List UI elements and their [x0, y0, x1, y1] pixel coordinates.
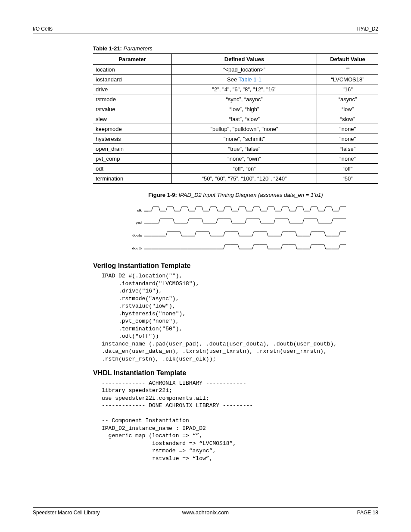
table-row: location“<pad_location>”“” — [93, 64, 378, 75]
cell-defined: "2", "4", "6", "8", "12", "16" — [172, 84, 317, 94]
running-footer: Speedster Macro Cell Library www.achroni… — [33, 507, 378, 516]
verilog-heading: Verilog Instantiation Template — [93, 262, 378, 270]
cell-parameter: hysteresis — [93, 134, 172, 144]
table-caption-number: Table 1-21: — [93, 45, 122, 52]
cell-default: “LVCMOS18” — [317, 75, 379, 84]
table-header-row: Parameter Defined Values Default Value — [93, 54, 378, 64]
cell-default: “async” — [317, 94, 379, 104]
cell-parameter: slew — [93, 114, 172, 124]
table-row: iostandardSee Table 1-1“LVCMOS18” — [93, 75, 378, 84]
cell-defined: “50”, “60”, “75”, “100”, “120”, “240” — [172, 174, 317, 184]
verilog-code: IPAD_D2 #(.location(""), .iostandard("LV… — [102, 272, 378, 363]
table-caption: Table 1-21: Parameters — [93, 45, 378, 52]
cell-default: “slow” — [317, 114, 379, 124]
cell-parameter: rstvalue — [93, 104, 172, 114]
figure-caption: Figure 1-9: IPAD_D2 Input Timing Diagram… — [93, 192, 378, 198]
cell-parameter: keepmode — [93, 124, 172, 134]
cell-parameter: termination — [93, 174, 172, 184]
cell-defined: “true”, “false” — [172, 144, 317, 154]
timing-diagram: clk pad douta doutb — [124, 205, 348, 252]
figure-caption-number: Figure 1-9: — [148, 192, 177, 198]
vhdl-heading: VHDL Instantiation Template — [93, 369, 378, 377]
cell-parameter: iostandard — [93, 75, 172, 84]
cell-default: "16" — [317, 84, 379, 94]
signal-label-pad: pad — [136, 221, 142, 224]
table-row: pvt_comp“none”, “own”“none” — [93, 154, 378, 164]
footer-left: Speedster Macro Cell Library — [33, 510, 100, 516]
table-row: rstvalue“low”, “high”“low” — [93, 104, 378, 114]
figure-caption-title: IPAD_D2 Input Timing Diagram (assumes da… — [177, 192, 323, 198]
cell-defined: “<pad_location>” — [172, 64, 317, 75]
cell-defined: "pullup", "pulldown", "none" — [172, 124, 317, 134]
cell-defined: “fast”, “slow” — [172, 114, 317, 124]
table-row: keepmode"pullup", "pulldown", "none""non… — [93, 124, 378, 134]
running-header: I/O Cells IPAD_D2 — [33, 26, 378, 34]
parameters-table: Parameter Defined Values Default Value l… — [93, 53, 378, 184]
col-default: Default Value — [317, 54, 379, 64]
cell-default: "none" — [317, 124, 379, 134]
table-crossref-link[interactable]: Table 1-1 — [239, 76, 262, 83]
vhdl-code: ------------- ACHRONIX LIBRARY ---------… — [102, 380, 378, 463]
cell-default: “” — [317, 64, 379, 75]
signal-label-douta: douta — [132, 233, 142, 237]
table-row: rstmode“sync”, “async”“async” — [93, 94, 378, 104]
table-row: termination“50”, “60”, “75”, “100”, “120… — [93, 174, 378, 184]
cell-default: "none" — [317, 134, 379, 144]
table-row: drive"2", "4", "6", "8", "12", "16""16" — [93, 84, 378, 94]
table-row: open_drain“true”, “false”“false” — [93, 144, 378, 154]
header-right: IPAD_D2 — [357, 26, 378, 32]
cell-parameter: drive — [93, 84, 172, 94]
footer-right: PAGE 18 — [357, 510, 378, 516]
cell-parameter: location — [93, 64, 172, 75]
cell-defined: See Table 1-1 — [172, 75, 317, 84]
table-caption-title: Parameters — [122, 45, 153, 52]
cell-defined: “off”, “on” — [172, 164, 317, 174]
cell-default: “false” — [317, 144, 379, 154]
signal-label-clk: clk — [137, 208, 142, 212]
col-parameter: Parameter — [93, 54, 172, 64]
header-left: I/O Cells — [33, 26, 53, 32]
cell-defined: "none", "schmitt" — [172, 134, 317, 144]
cell-default: “50” — [317, 174, 379, 184]
cell-defined: “none”, “own” — [172, 154, 317, 164]
cell-parameter: pvt_comp — [93, 154, 172, 164]
signal-label-doutb: doutb — [132, 246, 142, 250]
cell-parameter: rstmode — [93, 94, 172, 104]
cell-parameter: open_drain — [93, 144, 172, 154]
cell-defined: “sync”, “async” — [172, 94, 317, 104]
table-row: odt“off”, “on”“off” — [93, 164, 378, 174]
cell-defined: “low”, “high” — [172, 104, 317, 114]
col-defined: Defined Values — [172, 54, 317, 64]
table-row: hysteresis"none", "schmitt""none" — [93, 134, 378, 144]
cell-parameter: odt — [93, 164, 172, 174]
cell-default: “off” — [317, 164, 379, 174]
cell-default: “low” — [317, 104, 379, 114]
cell-default: “none” — [317, 154, 379, 164]
table-row: slew“fast”, “slow”“slow” — [93, 114, 378, 124]
